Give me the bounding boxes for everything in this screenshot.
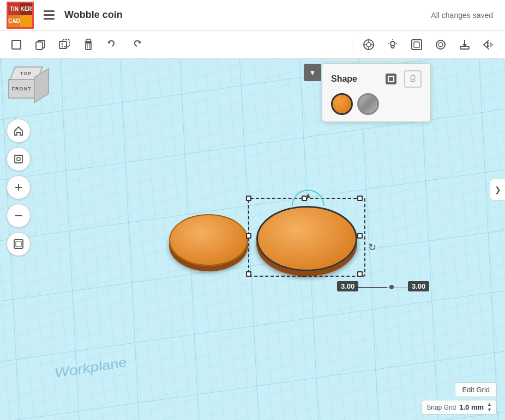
logo[interactable]: TIN KER CAD: [7, 2, 34, 29]
menu-bar-2: [44, 14, 55, 16]
redo-button[interactable]: [125, 34, 147, 56]
light-icon: [387, 39, 399, 51]
svg-rect-24: [414, 42, 419, 47]
community-button[interactable]: [358, 34, 380, 56]
handle-mr[interactable]: [357, 233, 363, 239]
zoom-in-button[interactable]: [7, 175, 31, 199]
fit-view-button[interactable]: [7, 147, 31, 171]
shape-panel: ▼ Shape: [322, 63, 431, 122]
logo-cell-ker: KER: [20, 3, 32, 15]
shape-panel-toggle[interactable]: ▼: [304, 64, 321, 81]
nav-cube[interactable]: TOP FRONT: [5, 64, 55, 108]
right-expand-panel[interactable]: ❯: [490, 179, 505, 200]
dimension-horizontal: [354, 285, 394, 289]
shape-type-icon: [411, 39, 423, 51]
delete-button[interactable]: [77, 34, 99, 56]
shape-options: [331, 93, 422, 115]
coin-right-body: [256, 206, 357, 271]
shape-light-icon-svg: [407, 74, 418, 84]
delete-icon: [82, 39, 94, 51]
home-view-button[interactable]: [7, 119, 31, 143]
shape-type-button[interactable]: [406, 34, 428, 56]
cube-front-face[interactable]: FRONT: [8, 79, 35, 99]
fit-icon: [13, 154, 24, 165]
svg-rect-4: [62, 40, 69, 47]
svg-point-13: [366, 42, 371, 47]
cube-front-label: FRONT: [12, 86, 32, 92]
handle-ml[interactable]: [246, 233, 251, 239]
viewport[interactable]: Workplane: [0, 59, 505, 420]
svg-rect-0: [12, 40, 21, 49]
menu-button[interactable]: [39, 5, 59, 25]
svg-rect-3: [59, 41, 67, 48]
toolbar: [0, 31, 505, 59]
top-rotate-handle[interactable]: ▲: [304, 191, 312, 199]
community-icon: [362, 38, 375, 51]
svg-rect-6: [85, 41, 92, 42]
snap-grid-value: 1.0 mm: [459, 403, 484, 411]
logo-cell-cad: CAD: [8, 15, 20, 27]
svg-rect-5: [86, 39, 91, 41]
shape-dark-icon-svg: [384, 72, 398, 86]
mirror-button[interactable]: [478, 34, 500, 56]
undo-icon: [106, 39, 118, 51]
menu-bar-1: [44, 10, 55, 12]
logo-cell-tin: TIN: [8, 3, 20, 15]
right-panel-arrow: ❯: [495, 185, 501, 194]
duplicate-icon: [58, 39, 70, 51]
svg-rect-41: [16, 241, 21, 247]
zoom-in-icon: [13, 182, 24, 193]
svg-rect-36: [17, 157, 20, 161]
edit-grid-button[interactable]: Edit Grid: [455, 382, 497, 397]
undo-button[interactable]: [101, 34, 123, 56]
dimension-value-2[interactable]: 3.00: [408, 281, 429, 291]
handle-bl[interactable]: [246, 271, 251, 277]
coin-right-container[interactable]: ▲ ↻: [256, 206, 357, 271]
shape-dark-icon[interactable]: [382, 70, 400, 88]
copy-icon: [34, 39, 46, 51]
coin-left[interactable]: [169, 214, 245, 269]
handle-bm[interactable]: [302, 271, 307, 277]
ortho-icon: [13, 239, 24, 249]
right-rotate-handle[interactable]: ↻: [368, 241, 376, 253]
header: TIN KER CAD Wobble coin All changes save…: [0, 0, 505, 31]
svg-marker-11: [139, 41, 141, 44]
snap-grid-label: Snap Grid: [426, 404, 456, 411]
zoom-out-icon: [13, 210, 24, 221]
save-status: All changes saved: [431, 11, 493, 20]
coin-left-body: [169, 214, 248, 266]
copy-button[interactable]: [29, 34, 51, 56]
ortho-button[interactable]: [7, 232, 31, 256]
handle-tr[interactable]: [357, 196, 363, 201]
app-title: Wobble coin: [64, 9, 425, 21]
svg-rect-42: [386, 74, 396, 84]
svg-marker-32: [490, 41, 494, 48]
zoom-out-button[interactable]: [7, 204, 31, 228]
cube-top-label: TOP: [20, 71, 32, 76]
snap-grid-container: Snap Grid 1.0 mm ▲ ▼: [422, 400, 497, 415]
new-button[interactable]: [5, 34, 27, 56]
logo-cell-empty: [20, 15, 32, 27]
dimension-value-1[interactable]: 3.00: [337, 281, 358, 291]
import-icon: [459, 39, 471, 51]
hole-button[interactable]: [430, 34, 452, 56]
solid-shape-button[interactable]: [331, 93, 353, 115]
snap-down-arrow[interactable]: ▼: [487, 407, 492, 412]
new-icon: [10, 39, 22, 51]
shape-panel-header: Shape: [331, 70, 422, 88]
view-controls: [7, 119, 31, 256]
svg-point-26: [438, 42, 443, 47]
handle-br[interactable]: [357, 271, 363, 277]
main-area: Workplane: [0, 59, 505, 420]
import-button[interactable]: [454, 34, 476, 56]
svg-rect-2: [36, 42, 43, 50]
bottom-bar: Edit Grid Snap Grid 1.0 mm ▲ ▼: [422, 382, 497, 415]
snap-up-arrow[interactable]: ▲: [487, 402, 492, 407]
svg-point-25: [436, 40, 445, 49]
duplicate-button[interactable]: [53, 34, 75, 56]
svg-rect-23: [412, 40, 422, 50]
handle-tl[interactable]: [246, 196, 251, 201]
shape-light-icon[interactable]: [404, 70, 422, 88]
light-button[interactable]: [382, 34, 404, 56]
hole-shape-button[interactable]: [357, 93, 379, 115]
